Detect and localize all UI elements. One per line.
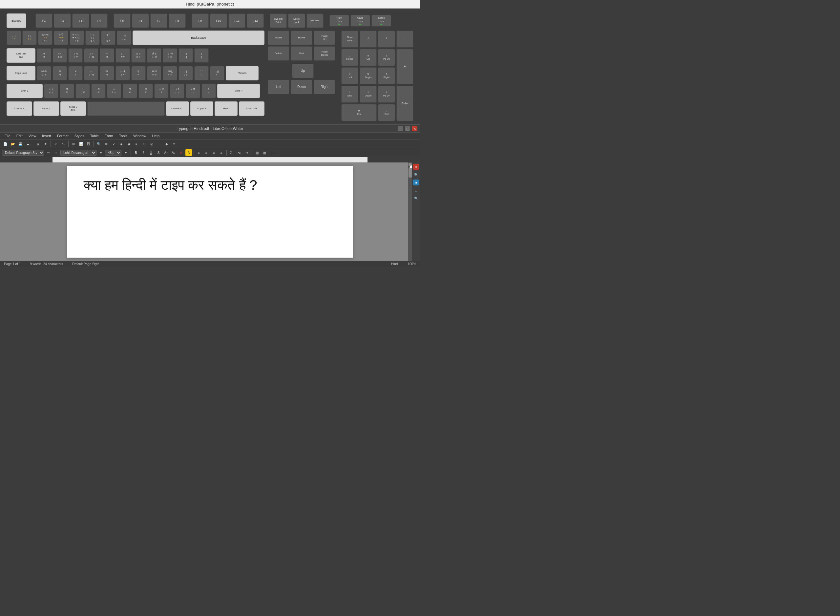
toolbar-underline[interactable]: U [148, 149, 154, 156]
key-question[interactable]: ?/ [201, 84, 216, 98]
key-f6[interactable]: F6 [132, 13, 149, 28]
key-slash[interactable]: > ऑ. ☼ [186, 84, 200, 98]
key-num-8[interactable]: 8Up [360, 49, 377, 66]
sidebar-icon-blue[interactable]: ◉ [413, 179, 419, 185]
key-pause[interactable]: Pause [306, 13, 324, 28]
key-x[interactable]: डष [60, 84, 74, 98]
key-end[interactable]: End [291, 46, 312, 61]
key-escape[interactable]: Escape [7, 13, 26, 28]
sidebar-icon-red[interactable]: ◈ [413, 164, 419, 170]
toolbar-strikethrough[interactable]: S [155, 149, 162, 156]
writer-close-button[interactable]: ✕ [412, 126, 417, 131]
key-s[interactable]: शस [53, 66, 67, 81]
key-f7[interactable]: F7 [150, 13, 167, 28]
key-o[interactable]: ☼ ओप फ [163, 48, 177, 63]
toolbar-align-right[interactable]: ≡ [211, 149, 217, 156]
toolbar-misc[interactable]: ⊕ [103, 141, 110, 147]
key-num-2[interactable]: 2Down [360, 86, 377, 103]
key-delete[interactable]: Delete [268, 46, 289, 61]
menu-file[interactable]: File [2, 133, 13, 138]
toolbar-col-2[interactable]: ▦ [261, 149, 268, 156]
sidebar-icon-search2[interactable]: 🔍 [413, 195, 419, 201]
toolbar-size-arrow[interactable]: ▾ [122, 149, 129, 156]
toolbar-misc7[interactable]: ─ [156, 141, 163, 147]
key-n[interactable]: भब [123, 84, 137, 98]
key-h[interactable]: ☼: ※ह × [116, 66, 130, 81]
toolbar-undo[interactable]: ↩ [53, 141, 59, 147]
size-dropdown[interactable]: 48 pt [105, 150, 122, 155]
key-backspace[interactable]: BackSpace [133, 31, 264, 45]
key-e[interactable]: ☼ ए☼ ऐ [68, 48, 83, 63]
key-semicolon[interactable]: : |; ⌇ [179, 66, 193, 81]
key-num-minus[interactable]: - [396, 31, 413, 48]
key-r[interactable]: ☼ र☼ ऋ [84, 48, 98, 63]
toolbar-table[interactable]: ⊞ [70, 141, 77, 147]
toolbar-misc4[interactable]: ≡ [133, 141, 140, 147]
key-space[interactable] [87, 101, 165, 116]
key-shift-left[interactable]: Shift L [7, 84, 43, 98]
toolbar-insert-image[interactable]: 🖼 [85, 141, 92, 147]
key-t[interactable]: थत [100, 48, 114, 63]
key-a[interactable]: आ ॐ☼ अ [37, 66, 51, 81]
key-v[interactable]: छच [91, 84, 106, 98]
key-num-6[interactable]: 6Right [378, 67, 395, 84]
key-period[interactable]: < एँ☼ ☼ [170, 84, 185, 98]
key-p[interactable]: { [} ] [179, 48, 193, 63]
key-num-mul[interactable]: * [378, 31, 395, 48]
key-7[interactable]: + =- = [117, 31, 131, 45]
key-tilde[interactable]: ~ ।` " [7, 31, 21, 45]
toolbar-misc5[interactable]: ⊟ [141, 141, 147, 147]
key-f1[interactable]: F1 [35, 13, 53, 28]
toolbar-list-num[interactable]: ⑴ [229, 149, 235, 156]
key-caps-lock[interactable]: Caps Lock [7, 66, 35, 81]
key-page-up[interactable]: PageUp [314, 31, 335, 45]
toolbar-align-center[interactable]: ≡ [203, 149, 210, 156]
key-ctrl-right[interactable]: Control R [239, 101, 264, 116]
toolbar-misc2[interactable]: ◈ [118, 141, 125, 147]
toolbar-open[interactable]: 📂 [10, 141, 16, 147]
menu-table[interactable]: Table [88, 133, 101, 138]
key-m[interactable]: णन [138, 84, 153, 98]
toolbar-misc8[interactable]: ◆ [163, 141, 170, 147]
key-quote[interactable]: " "' \ [194, 66, 209, 81]
key-6[interactable]: ) °_ -6 ० [101, 31, 116, 45]
menu-tools[interactable]: Tools [116, 133, 130, 138]
key-5[interactable]: * ☼( (5 ५ [85, 31, 100, 45]
sidebar-icon-search[interactable]: 🔍 [413, 172, 419, 177]
key-num-5[interactable]: 5Begin [360, 67, 377, 84]
toolbar-print[interactable]: 🖨 [35, 141, 41, 147]
menu-view[interactable]: View [26, 133, 39, 138]
key-i[interactable]: ओ ई☼ ओ [147, 48, 161, 63]
toolbar-font-color[interactable]: A [178, 149, 185, 156]
toolbar-bold[interactable]: B [133, 149, 139, 156]
writer-minimize-button[interactable]: — [398, 126, 403, 131]
key-q[interactable]: तट [37, 48, 51, 63]
key-backslash[interactable]: | ||\ | [210, 66, 224, 81]
key-w[interactable]: द दड ड [53, 48, 67, 63]
key-num-lock[interactable]: NumLock [341, 31, 358, 48]
key-bracket-close[interactable]: }] [194, 48, 209, 63]
key-tab[interactable]: Left TabTab [7, 48, 35, 63]
key-menu[interactable]: Menu [215, 101, 237, 116]
scroll-up-arrow[interactable]: ▲ [409, 163, 412, 166]
key-f2[interactable]: F2 [54, 13, 71, 28]
toolbar-save-remote[interactable]: ☁ [25, 141, 31, 147]
toolbar-list-indent[interactable]: ⇒ [243, 149, 250, 156]
sidebar-icon-white[interactable]: □ [413, 188, 419, 193]
key-meta-left[interactable]: Meta LAlt L [60, 101, 86, 116]
key-2[interactable]: @ Rs# #2 २ [38, 31, 53, 45]
key-f[interactable]: ☼☼ ऋ [84, 66, 98, 81]
font-dropdown[interactable]: Lohit Devanagari [60, 150, 97, 155]
menu-edit[interactable]: Edit [14, 133, 25, 138]
key-home[interactable]: Home [291, 31, 312, 45]
key-num-0[interactable]: 0Ins [341, 104, 377, 121]
key-num-1[interactable]: 1End [341, 86, 358, 103]
key-page-down[interactable]: PageDown [314, 46, 335, 61]
key-num-div[interactable]: / [360, 31, 377, 48]
key-num-plus[interactable]: + [396, 49, 413, 84]
toolbar-misc3[interactable]: ◉ [126, 141, 132, 147]
menu-styles[interactable]: Styles [72, 133, 87, 138]
key-b[interactable]: ☼व ☼ [107, 84, 122, 98]
key-sysrq[interactable]: Sys RqPrint [270, 13, 287, 28]
key-c[interactable]: ☼☼ ळ [75, 84, 90, 98]
